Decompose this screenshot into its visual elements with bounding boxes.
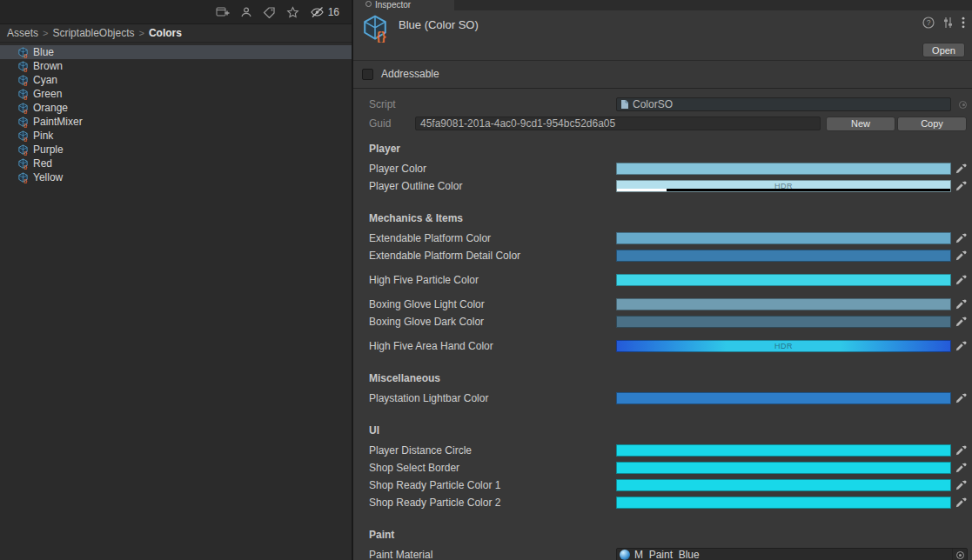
label-icon[interactable] [263, 6, 276, 18]
color-swatch-shop-ready-particle-color-2[interactable] [616, 497, 951, 509]
scriptable-object-icon: {} [17, 47, 29, 58]
section-header-player: Player [353, 132, 972, 160]
breadcrumb-item-colors[interactable]: Colors [149, 27, 182, 39]
paint-material-row: Paint MaterialM_Paint_Blue [353, 546, 972, 560]
object-field-paint-material[interactable]: M_Paint_Blue [616, 548, 968, 560]
eyedropper-icon[interactable] [951, 479, 967, 491]
row-group: High Five Area Hand ColorHDR [353, 337, 972, 355]
field-label: Playstation Lightbar Color [369, 392, 616, 404]
guid-new-button[interactable]: New [826, 117, 895, 131]
project-item-label: PaintMixer [33, 116, 83, 128]
eyedropper-icon[interactable] [951, 316, 967, 328]
field-label: Player Outline Color [369, 180, 616, 192]
script-file-icon [620, 99, 629, 110]
player-distance-circle-row: Player Distance Circle [353, 442, 972, 459]
project-item-red[interactable]: {}Red [0, 157, 352, 170]
guid-row: Guid 45fa9081-201a-4ac0-9cd1-954bc52d6a0… [353, 115, 972, 132]
color-swatch-playstation-lightbar-color[interactable] [616, 392, 951, 404]
scriptable-object-icon: {} [17, 89, 29, 100]
object-picker-icon[interactable] [952, 549, 967, 560]
svg-text:{}: {} [376, 30, 386, 43]
addressable-row: Addressable [353, 61, 972, 89]
add-window-icon[interactable] [216, 6, 230, 18]
addressable-checkbox[interactable] [362, 69, 373, 80]
project-item-label: Green [33, 88, 62, 100]
color-swatch-player-distance-circle[interactable] [616, 444, 951, 457]
color-swatch-player-color[interactable] [616, 163, 951, 175]
scene-visibility-icon[interactable] [310, 6, 325, 18]
field-label: Extendable Platform Color [369, 232, 616, 244]
presets-icon[interactable] [942, 17, 954, 29]
svg-text:{}: {} [23, 95, 27, 100]
color-swatch-extendable-platform-detail-color[interactable] [616, 250, 951, 262]
menu-kebab-icon[interactable] [962, 17, 965, 29]
color-swatch-high-five-particle-color[interactable] [616, 274, 951, 286]
project-item-cyan[interactable]: {}Cyan [0, 73, 352, 87]
project-item-orange[interactable]: {}Orange [0, 101, 352, 115]
inspector-tab-icon [365, 1, 372, 7]
eyedropper-icon[interactable] [951, 444, 967, 457]
svg-text:{}: {} [23, 178, 27, 183]
guid-copy-button[interactable]: Copy [897, 117, 967, 131]
help-icon[interactable]: ? [922, 17, 935, 29]
material-icon [620, 550, 630, 560]
addressable-label: Addressable [381, 68, 439, 80]
project-item-pink[interactable]: {}Pink [0, 129, 352, 143]
color-swatch-shop-select-border[interactable] [616, 462, 951, 474]
eyedropper-icon[interactable] [951, 163, 967, 175]
high-five-area-hand-color-row: High Five Area Hand ColorHDR [353, 337, 972, 355]
row-group: High Five Particle Color [353, 271, 972, 289]
inspector-tab-label: Inspector [375, 0, 411, 10]
project-item-label: Red [33, 157, 52, 170]
alpha-bar [617, 189, 950, 191]
breadcrumb-separator: > [43, 28, 48, 38]
eyedropper-icon[interactable] [951, 340, 967, 352]
color-swatch-player-outline-color[interactable]: HDR [616, 180, 951, 192]
project-toolbar: 16 [0, 0, 352, 24]
eyedropper-icon[interactable] [951, 298, 967, 310]
eyedropper-icon[interactable] [951, 497, 967, 509]
open-button[interactable]: Open [922, 43, 965, 57]
breadcrumb-item-scriptableobjects[interactable]: ScriptableObjects [52, 27, 134, 39]
scriptable-object-icon: {} [17, 172, 29, 183]
guid-field[interactable]: 45fa9081-201a-4ac0-9cd1-954bc52d6a05 [415, 117, 821, 130]
svg-text:{}: {} [23, 164, 27, 170]
eyedropper-icon[interactable] [951, 462, 967, 474]
project-item-yellow[interactable]: {}Yellow [0, 170, 352, 184]
eyedropper-icon[interactable] [951, 232, 967, 244]
svg-text:{}: {} [23, 150, 27, 156]
color-swatch-high-five-area-hand-color[interactable]: HDR [616, 340, 951, 352]
object-name: M_Paint_Blue [634, 549, 700, 560]
eyedropper-icon[interactable] [951, 180, 967, 192]
guid-value: 45fa9081-201a-4ac0-9cd1-954bc52d6a05 [420, 117, 615, 130]
account-icon[interactable] [240, 6, 252, 18]
tab-inspector[interactable]: Inspector [353, 0, 454, 10]
inspector-header-icons: ? [922, 17, 965, 29]
breadcrumb: Assets>ScriptableObjects>Colors [0, 24, 352, 43]
row-group: Boxing Glove Light ColorBoxing Glove Dar… [353, 296, 972, 330]
breadcrumb-item-assets[interactable]: Assets [7, 27, 38, 39]
project-toolbar-icons: 16 [216, 6, 339, 18]
row-group: Player ColorPlayer Outline ColorHDR [353, 160, 972, 195]
project-item-paintmixer[interactable]: {}PaintMixer [0, 115, 352, 129]
row-group: Player Distance CircleShop Select Border… [353, 442, 972, 511]
guid-label: Guid [369, 117, 415, 130]
scriptable-object-icon: {} [17, 117, 29, 128]
color-swatch-extendable-platform-color[interactable] [616, 232, 951, 244]
field-label: Extendable Platform Detail Color [369, 250, 616, 262]
project-item-green[interactable]: {}Green [0, 87, 352, 101]
project-item-blue[interactable]: {}Blue [0, 45, 352, 59]
project-item-brown[interactable]: {}Brown [0, 59, 352, 73]
scriptable-object-icon: {} [360, 15, 390, 43]
favorites-star-icon[interactable] [286, 6, 299, 18]
field-label: Shop Ready Particle Color 2 [369, 497, 616, 509]
project-item-purple[interactable]: {}Purple [0, 143, 352, 157]
color-swatch-shop-ready-particle-color-1[interactable] [616, 479, 951, 491]
eyedropper-icon[interactable] [951, 274, 967, 286]
eyedropper-icon[interactable] [951, 250, 967, 262]
color-swatch-boxing-glove-dark-color[interactable] [616, 316, 951, 328]
scriptable-object-icon: {} [17, 75, 29, 86]
color-swatch-boxing-glove-light-color[interactable] [616, 298, 951, 310]
eyedropper-icon[interactable] [951, 392, 967, 404]
hidden-objects-count: 16 [328, 6, 339, 18]
